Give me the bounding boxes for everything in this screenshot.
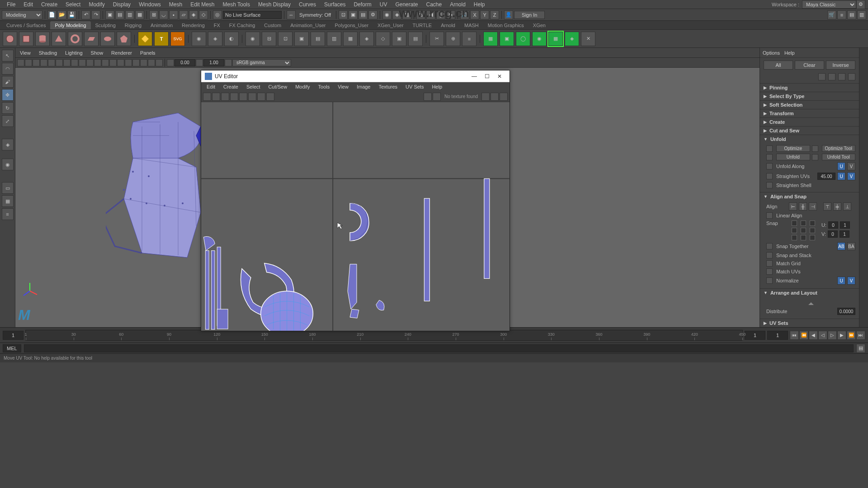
- align-left-icon[interactable]: ⊢: [789, 202, 797, 211]
- straighten-value-input[interactable]: [817, 173, 835, 180]
- menu-modify[interactable]: Modify: [85, 1, 108, 8]
- section-select-by-type[interactable]: ▶Select By Type: [760, 92, 859, 100]
- mode-select[interactable]: Modeling: [2, 10, 42, 19]
- vp-wire-icon[interactable]: [86, 59, 94, 66]
- vp-shading[interactable]: Shading: [37, 50, 59, 56]
- straighten-shell-label[interactable]: Straighten Shell: [776, 183, 855, 188]
- shelf-tab-fx[interactable]: FX: [209, 21, 225, 29]
- align-top-icon[interactable]: ⊤: [823, 202, 831, 211]
- uv-menu-image[interactable]: Image: [353, 84, 374, 89]
- uvcut-icon[interactable]: ✕: [581, 32, 595, 46]
- uv-tb-dim-icon[interactable]: [248, 93, 256, 101]
- vp-xray-joints-icon[interactable]: [148, 59, 155, 66]
- vp-colormgmt-icon[interactable]: [225, 59, 232, 66]
- menu-help[interactable]: Help: [470, 1, 489, 8]
- poly-torus-icon[interactable]: [68, 32, 82, 46]
- vp-bookmark-icon[interactable]: [25, 59, 32, 66]
- shelf-tab-xgen[interactable]: XGen: [528, 21, 550, 29]
- x-icon[interactable]: X: [470, 10, 479, 19]
- vp-ao-icon[interactable]: [125, 59, 132, 66]
- uv-tb-uvshell-icon[interactable]: [203, 93, 211, 101]
- vp-time-start[interactable]: [175, 59, 195, 66]
- snap-ba-button[interactable]: BA: [847, 242, 855, 250]
- optimize-tool-button[interactable]: Optimize Tool: [822, 145, 856, 152]
- bridge-icon[interactable]: ▤: [311, 32, 325, 46]
- live-surface-icon[interactable]: ◎: [213, 10, 222, 19]
- step-back-icon[interactable]: ◀: [809, 331, 818, 340]
- poly-superellipse-icon[interactable]: [138, 32, 152, 46]
- vp-grid-icon[interactable]: [48, 59, 55, 66]
- vp-2d-icon[interactable]: [40, 59, 47, 66]
- menu-curves[interactable]: Curves: [295, 1, 320, 8]
- menu-deform[interactable]: Deform: [349, 1, 375, 8]
- menu-mesh-display[interactable]: Mesh Display: [254, 1, 295, 8]
- rotate-tool[interactable]: ↻: [2, 102, 14, 114]
- merge-icon[interactable]: ▤: [408, 32, 423, 46]
- command-input[interactable]: [24, 344, 854, 352]
- snap-grid-icon[interactable]: ⊞: [149, 10, 158, 19]
- collapse-icon[interactable]: ▦: [343, 32, 358, 46]
- section-transform[interactable]: ▶Transform: [760, 109, 859, 117]
- uv-tb-camera-icon[interactable]: [266, 93, 274, 101]
- select-tool[interactable]: ↖: [2, 50, 14, 61]
- snap-check-mc[interactable]: [801, 228, 806, 233]
- poly-cylinder-icon[interactable]: [35, 32, 50, 46]
- live-surface-input[interactable]: [223, 11, 282, 19]
- uv-maximize-icon[interactable]: ☐: [481, 72, 493, 81]
- marketplace-icon[interactable]: 🛒: [827, 10, 836, 19]
- vp-renderer[interactable]: Renderer: [109, 50, 134, 56]
- uveditor-icon[interactable]: ▦: [483, 32, 498, 46]
- uv-tb-pixel-icon[interactable]: [230, 93, 238, 101]
- menu-mesh[interactable]: Mesh: [165, 1, 186, 8]
- boolean-difference-icon[interactable]: ⊟: [262, 32, 276, 46]
- light-editor-icon[interactable]: ◈: [392, 10, 401, 19]
- match-uvs-label[interactable]: Match UVs: [776, 269, 855, 274]
- uv-tb-checker-icon[interactable]: [257, 93, 265, 101]
- poly-disc-icon[interactable]: [100, 32, 115, 46]
- uv-close-icon[interactable]: ✕: [493, 72, 506, 81]
- volume-icon[interactable]: 🔊: [460, 10, 469, 19]
- poly-type-icon[interactable]: T: [154, 32, 169, 46]
- ipr-icon[interactable]: ▤: [359, 10, 368, 19]
- vp-shaded-icon[interactable]: [94, 59, 101, 66]
- toggle-outliner-icon[interactable]: ▥: [857, 10, 866, 19]
- filter-mode-icon-3[interactable]: [838, 73, 845, 80]
- snap-together-label[interactable]: Snap Together: [776, 244, 835, 249]
- fill-icon[interactable]: ▣: [392, 32, 406, 46]
- playback-range-icon[interactable]: ⊟: [416, 10, 425, 19]
- menu-edit-mesh[interactable]: Edit Mesh: [186, 1, 218, 8]
- play-fwd-icon[interactable]: ▷: [828, 331, 837, 340]
- save-scene-icon[interactable]: 💾: [67, 10, 76, 19]
- symmetry-label[interactable]: Symmetry: Off: [297, 12, 334, 18]
- shelf-tab-curves[interactable]: Curves / Surfaces: [2, 21, 50, 29]
- menu-generate[interactable]: Generate: [391, 1, 422, 8]
- align-right-icon[interactable]: ⊣: [809, 202, 817, 211]
- hypershade-icon[interactable]: ◉: [382, 10, 392, 19]
- vp-exposure-icon[interactable]: [167, 59, 174, 66]
- go-start-icon[interactable]: ⏮: [790, 331, 799, 340]
- snap-check-tl[interactable]: [792, 221, 797, 226]
- insert-edgeloop-icon[interactable]: ≡: [462, 32, 476, 46]
- vp-film-icon[interactable]: [56, 59, 63, 66]
- uv-minimize-icon[interactable]: —: [468, 72, 481, 81]
- symmetry-icon[interactable]: ↔: [287, 10, 296, 19]
- uv-menu-select[interactable]: Select: [243, 84, 264, 89]
- filter-clear-button[interactable]: Clear: [795, 61, 824, 70]
- poly-platonic-icon[interactable]: [117, 32, 131, 46]
- vp-image-plane-icon[interactable]: [33, 59, 40, 66]
- boolean-intersect-icon[interactable]: ⊡: [278, 32, 292, 46]
- menu-create[interactable]: Create: [37, 1, 61, 8]
- vp-gamma-icon[interactable]: [196, 59, 203, 66]
- menu-surfaces[interactable]: Surfaces: [320, 1, 349, 8]
- snap-stack-label[interactable]: Snap and Stack: [776, 253, 855, 258]
- straighten-v-button[interactable]: V: [847, 172, 855, 180]
- redo-icon[interactable]: ↷: [91, 10, 100, 19]
- render-settings-icon[interactable]: ⚙: [368, 10, 377, 19]
- poly-cone-icon[interactable]: [52, 32, 66, 46]
- match-grid-label[interactable]: Match Grid: [776, 261, 855, 266]
- snap-point-icon[interactable]: •: [169, 10, 178, 19]
- snap-plane-icon[interactable]: ▱: [179, 10, 188, 19]
- layout-outliner[interactable]: ≡: [2, 208, 14, 220]
- shelf-tab-mash[interactable]: MASH: [460, 21, 483, 29]
- shelf-tab-motion[interactable]: Motion Graphics: [483, 21, 528, 29]
